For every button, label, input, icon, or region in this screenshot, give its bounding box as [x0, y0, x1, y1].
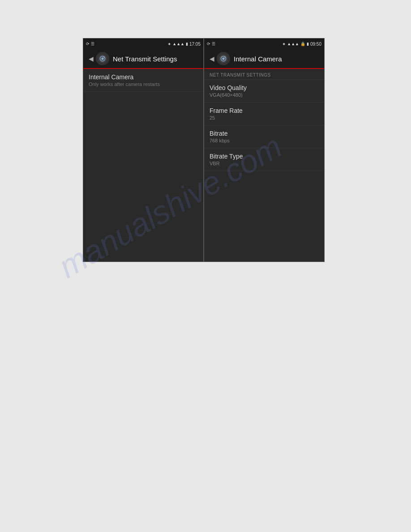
settings-label-bitrate: Bitrate: [210, 130, 319, 137]
settings-item-bitrate-type[interactable]: Bitrate Type VBR: [204, 148, 324, 171]
screen-rotate-icon: ⟳: [86, 42, 90, 46]
settings-item-video-quality[interactable]: Video Quality VGA(640×480): [204, 80, 324, 103]
svg-point-7: [224, 56, 226, 58]
status-left-icons: ⟳ ☰: [86, 42, 94, 46]
svg-point-6: [222, 57, 225, 60]
settings-value-frame-rate: 25: [210, 115, 319, 120]
app-icon-right: [217, 52, 230, 65]
phone-screen-left: ⟳ ☰ ✦ ▲▲▲ ▮ 17:05 ◀: [83, 38, 204, 262]
app-title-left: Net Transmit Settings: [113, 55, 177, 63]
app-header-right: ◀ Internal Camera: [204, 49, 324, 69]
svg-point-2: [101, 57, 104, 60]
status-bar-left: ⟳ ☰ ✦ ▲▲▲ ▮ 17:05: [83, 39, 203, 49]
time-left: 17:05: [189, 42, 201, 47]
notification-icon-right: ☰: [212, 42, 215, 46]
status-right-left: ✦ ▲▲▲ ▮ 17:05: [167, 42, 201, 47]
screen-content-right: NET TRANSMIT SETTINGS Video Quality VGA(…: [204, 69, 324, 262]
camera-icon-right: [218, 54, 228, 64]
back-button-left[interactable]: ◀: [88, 53, 94, 64]
status-left-icons-right: ⟳ ☰: [207, 42, 215, 46]
back-button-right[interactable]: ◀: [209, 53, 215, 64]
settings-label-frame-rate: Frame Rate: [210, 107, 319, 114]
settings-label-video-quality: Video Quality: [210, 84, 319, 91]
bluetooth-icon-left: ✦: [167, 42, 171, 47]
screen-content-left: Internal Camera Only works after camera …: [83, 69, 203, 262]
phones-container: ⟳ ☰ ✦ ▲▲▲ ▮ 17:05 ◀: [83, 38, 334, 262]
bluetooth-icon-right: ✦: [282, 42, 286, 47]
status-right-right: ✦ ▲▲▲ 🔒 ▮ 09:50: [282, 42, 321, 47]
settings-label-bitrate-type: Bitrate Type: [210, 153, 319, 160]
phone-screen-right: ⟳ ☰ ✦ ▲▲▲ 🔒 ▮ 09:50 ◀: [204, 38, 325, 262]
notification-icon: ☰: [91, 42, 94, 46]
battery-icon-right: ▮: [307, 42, 309, 46]
list-item-internal-camera[interactable]: Internal Camera Only works after camera …: [83, 69, 203, 92]
settings-value-bitrate: 768 kbps: [210, 138, 319, 143]
lock-icon-right: 🔒: [300, 42, 305, 46]
page-background: manualshive.com ⟳ ☰ ✦ ▲▲▲ ▮ 17:05: [0, 0, 411, 532]
svg-point-3: [103, 56, 105, 58]
back-arrow-right: ◀: [210, 55, 214, 62]
signal-bars-left: ▲▲▲: [172, 42, 184, 46]
app-header-left: ◀ Net Transmit Settings: [83, 49, 203, 69]
settings-item-bitrate[interactable]: Bitrate 768 kbps: [204, 125, 324, 148]
section-label-net-transmit: NET TRANSMIT SETTINGS: [204, 69, 324, 80]
app-icon-left: [96, 52, 109, 65]
settings-value-bitrate-type: VBR: [210, 161, 319, 166]
list-item-title-0: Internal Camera: [89, 73, 198, 81]
status-bar-right: ⟳ ☰ ✦ ▲▲▲ 🔒 ▮ 09:50: [204, 39, 324, 49]
settings-item-frame-rate[interactable]: Frame Rate 25: [204, 103, 324, 125]
app-title-right: Internal Camera: [234, 55, 282, 63]
screen-rotate-icon-right: ⟳: [207, 42, 210, 46]
settings-value-video-quality: VGA(640×480): [210, 92, 319, 98]
list-item-subtitle-0: Only works after camera restarts: [89, 82, 198, 87]
battery-icon-left: ▮: [186, 42, 188, 46]
time-right: 09:50: [310, 42, 321, 47]
camera-icon-left: [98, 54, 107, 64]
signal-bars-right: ▲▲▲: [287, 42, 299, 46]
back-arrow-left: ◀: [89, 55, 94, 62]
